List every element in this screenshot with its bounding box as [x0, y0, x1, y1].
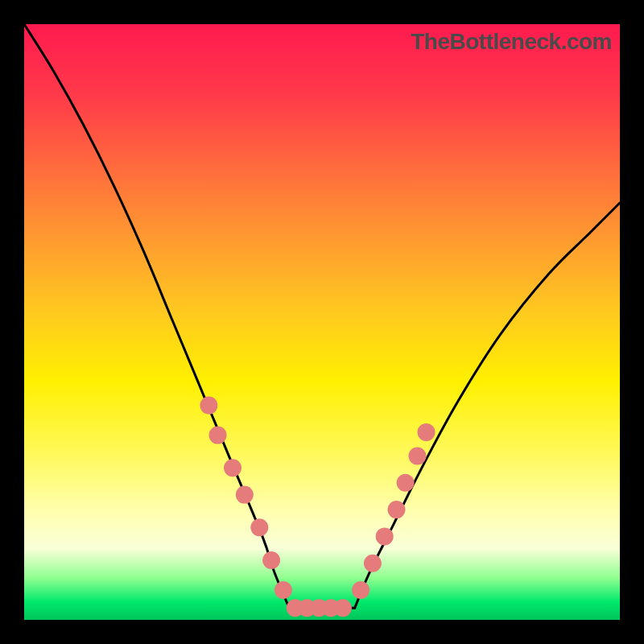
data-point-marker [236, 486, 254, 504]
data-point-marker [250, 518, 268, 536]
data-point-marker [418, 423, 436, 441]
marker-layer [200, 397, 435, 617]
data-point-marker [397, 474, 415, 492]
data-point-marker [376, 527, 394, 545]
data-point-marker [262, 551, 280, 569]
curve-layer [24, 24, 620, 608]
data-point-marker [200, 397, 217, 415]
plot-area: TheBottleneck.com [24, 24, 620, 620]
data-point-marker [352, 581, 369, 599]
data-point-marker [408, 448, 426, 465]
data-point-marker [388, 501, 406, 518]
curve-left-curve [24, 24, 289, 608]
data-point-marker [275, 581, 292, 599]
data-point-marker [224, 459, 242, 477]
data-point-marker [364, 555, 382, 572]
data-point-marker [334, 599, 352, 617]
curve-right-curve [355, 203, 620, 608]
chart-svg [24, 24, 620, 620]
chart-frame: TheBottleneck.com [0, 0, 644, 644]
data-point-marker [209, 427, 227, 444]
